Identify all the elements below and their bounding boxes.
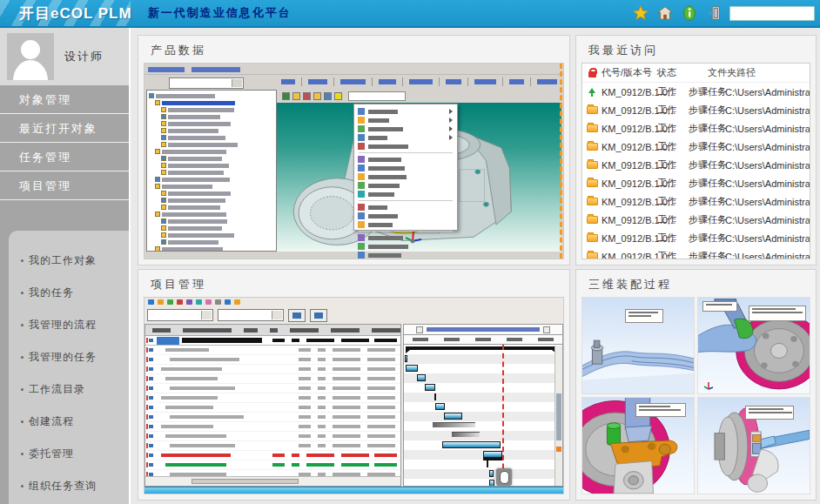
- timeline-right-arrow[interactable]: [543, 326, 550, 333]
- gantt-task-row[interactable]: [145, 346, 400, 355]
- col-folder-path[interactable]: 文件夹路径: [708, 66, 810, 79]
- context-menu-item[interactable]: [356, 251, 455, 259]
- toolbar-icon[interactable]: [177, 299, 183, 305]
- quick-search-input[interactable]: [729, 6, 815, 21]
- toolbar-icon[interactable]: [196, 299, 202, 305]
- recent-row[interactable]: KM_0912/B.1.0...工作步骤任务C:\Users\Administr…: [582, 156, 810, 174]
- tree-node[interactable]: [149, 232, 276, 239]
- context-menu-item[interactable]: [356, 220, 455, 229]
- context-menu-item[interactable]: [356, 242, 455, 251]
- tree-node[interactable]: [149, 120, 276, 127]
- gantt-button-1[interactable]: [288, 309, 306, 322]
- view-tool-icon[interactable]: [324, 92, 332, 100]
- favorites-star-icon[interactable]: [632, 4, 649, 22]
- gantt-bar[interactable]: [487, 460, 489, 467]
- tree-node[interactable]: [149, 197, 276, 204]
- gantt-bar[interactable]: [405, 355, 407, 362]
- tree-node[interactable]: [149, 204, 276, 211]
- gantt-bar[interactable]: [489, 480, 494, 486]
- context-menu-item[interactable]: [356, 203, 455, 212]
- recent-row[interactable]: KM_0912/B.1.0...工作步骤任务C:\Users\Administr…: [582, 174, 810, 192]
- gantt-bar[interactable]: [483, 451, 502, 458]
- gantt-bar[interactable]: [433, 422, 475, 427]
- context-menu-item[interactable]: [356, 212, 455, 220]
- sidebar-item-recent-objects[interactable]: 最近打开对象: [0, 114, 129, 143]
- context-menu-item[interactable]: [356, 142, 455, 151]
- tree-node[interactable]: [149, 99, 276, 106]
- gantt-bar[interactable]: [435, 403, 445, 410]
- gantt-bottom-scrollbar[interactable]: [145, 487, 563, 494]
- gantt-bar[interactable]: [406, 346, 556, 350]
- exit-logout-icon[interactable]: [705, 4, 723, 22]
- project-gantt-wrap[interactable]: [144, 297, 564, 494]
- col-code-version[interactable]: 代号/版本号: [602, 66, 657, 79]
- tree-node[interactable]: [149, 148, 276, 155]
- recent-row[interactable]: KM_0912/B.1.0...工作步骤任务C:\Users\Administr…: [582, 192, 810, 211]
- context-menu-item[interactable]: [356, 133, 455, 142]
- tree-node[interactable]: [149, 141, 276, 148]
- tree-node[interactable]: [149, 218, 276, 225]
- gantt-task-row[interactable]: [145, 451, 400, 460]
- col-status[interactable]: 状态: [657, 66, 708, 79]
- toolbar-icon[interactable]: [205, 299, 212, 305]
- toolbar-icon[interactable]: [225, 299, 231, 305]
- view-tool-icon[interactable]: [303, 92, 311, 100]
- toolbar-icon[interactable]: [148, 299, 154, 305]
- tree-node[interactable]: [149, 183, 276, 190]
- submenu-my-managed-flows[interactable]: 我管理的流程: [21, 309, 129, 341]
- view-tool-icon[interactable]: [313, 92, 321, 100]
- tree-node[interactable]: [149, 176, 276, 183]
- tree-node[interactable]: [149, 225, 276, 232]
- assembly-step-1-image[interactable]: [581, 297, 695, 394]
- gantt-task-row[interactable]: [145, 441, 400, 451]
- recent-row[interactable]: KM_0912/B.1.0...工作步骤任务C:\Users\Administr…: [582, 83, 810, 101]
- toolbar-icon[interactable]: [234, 299, 240, 305]
- home-icon[interactable]: [656, 4, 674, 22]
- recent-row[interactable]: KM_0912/B.1.0...工作步骤任务C:\Users\Administr…: [582, 101, 810, 119]
- gantt-task-row[interactable]: [145, 432, 400, 441]
- assembly-step-3-image[interactable]: [581, 397, 695, 494]
- submenu-workflow-directory[interactable]: 工作流目录: [21, 373, 129, 406]
- sidebar-item-object-management[interactable]: 对象管理: [0, 85, 129, 114]
- gantt-bar[interactable]: [417, 374, 427, 381]
- context-menu-item[interactable]: [356, 116, 455, 124]
- tree-node[interactable]: [149, 106, 276, 113]
- gantt-task-row[interactable]: [145, 393, 400, 403]
- gantt-task-row[interactable]: [145, 336, 400, 346]
- gantt-task-row[interactable]: [145, 355, 400, 365]
- view-tool-icon[interactable]: [292, 92, 300, 100]
- recent-row[interactable]: KM_0912/B.1.0...工作步骤任务C:\Users\Administr…: [582, 229, 810, 247]
- gantt-vscrollbar[interactable]: [555, 346, 562, 486]
- gantt-view-dropdown[interactable]: [218, 309, 284, 321]
- context-menu-item[interactable]: [356, 164, 455, 172]
- context-menu-item[interactable]: [356, 155, 455, 164]
- gantt-task-row[interactable]: [145, 422, 400, 432]
- recent-row[interactable]: KM_0912/B.1.0...工作步骤任务C:\Users\Administr…: [582, 211, 810, 229]
- tree-node[interactable]: [149, 211, 276, 218]
- submenu-my-work-objects[interactable]: 我的工作对象: [21, 245, 129, 277]
- gantt-bar[interactable]: [406, 365, 419, 372]
- context-menu-item[interactable]: [356, 107, 455, 116]
- gantt-task-row[interactable]: [145, 384, 400, 393]
- assembly-step-2-image[interactable]: [697, 297, 810, 394]
- tree-node[interactable]: [149, 190, 276, 197]
- toolbar-icon[interactable]: [186, 299, 192, 305]
- view-tool-icon[interactable]: [282, 92, 290, 100]
- toolbar-icon[interactable]: [215, 299, 221, 305]
- cad-context-menu[interactable]: [353, 104, 458, 231]
- tree-node[interactable]: [149, 127, 276, 134]
- submenu-delegate-management[interactable]: 委托管理: [21, 438, 129, 470]
- context-menu-item[interactable]: [356, 172, 455, 181]
- view-tool-icon[interactable]: [334, 92, 342, 100]
- gantt-bar[interactable]: [425, 384, 436, 391]
- gantt-task-row[interactable]: [145, 460, 400, 470]
- tree-node[interactable]: [149, 92, 276, 99]
- submenu-org-task-query[interactable]: 组织任务查询: [21, 470, 129, 502]
- gantt-bar[interactable]: [489, 470, 494, 477]
- gantt-bar[interactable]: [452, 432, 481, 437]
- gantt-task-row[interactable]: [145, 413, 400, 422]
- tree-node[interactable]: [149, 169, 276, 176]
- gantt-bar[interactable]: [442, 441, 501, 448]
- assembly-step-4-image[interactable]: [697, 397, 810, 494]
- info-icon[interactable]: [681, 4, 698, 22]
